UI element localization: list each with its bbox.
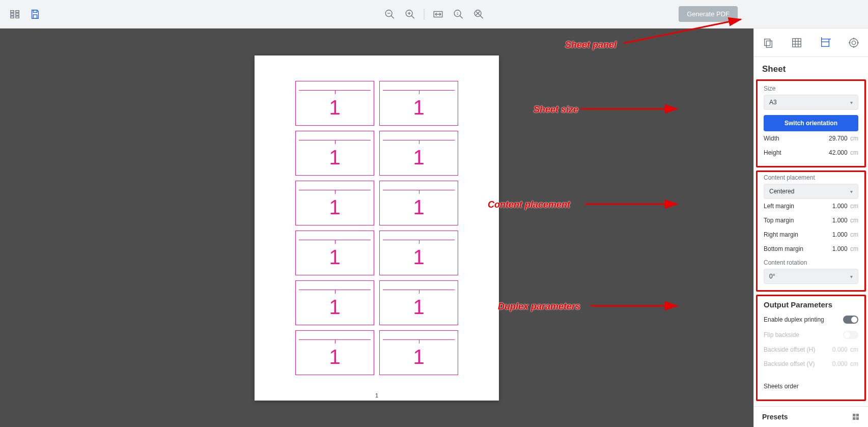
svg-line-21 — [480, 15, 483, 18]
presets-grid-icon — [852, 413, 860, 421]
zoom-out-icon[interactable] — [383, 8, 396, 21]
zoom-actual-icon[interactable]: 1 — [452, 8, 465, 21]
svg-rect-5 — [16, 16, 19, 18]
duplex-label: Enable duplex printing — [764, 316, 824, 323]
svg-rect-4 — [16, 13, 19, 15]
height-value[interactable]: 42.000 — [829, 149, 848, 156]
offset-h-label: Backside offset (H) — [764, 346, 815, 353]
size-section: Size A3 Switch orientation Width 29.700 … — [756, 79, 866, 167]
side-panel: Sheet Size A3 Switch orientation Width 2… — [753, 29, 868, 427]
placement-section: Content placement Centered Left margin 1… — [756, 170, 866, 292]
svg-point-39 — [850, 38, 858, 47]
svg-rect-3 — [16, 10, 19, 12]
side-panel-tabs — [754, 29, 868, 57]
rotation-label: Content rotation — [764, 259, 858, 266]
save-layout-icon[interactable] — [29, 8, 42, 21]
card-slot: 1 — [295, 330, 374, 375]
right-margin-label: Right margin — [764, 231, 798, 238]
right-margin-value[interactable]: 1.000 — [832, 231, 848, 238]
output-section: Output Parameters Enable duplex printing… — [756, 295, 866, 401]
card-slot: 1 — [295, 181, 374, 225]
generate-pdf-button[interactable]: Generate PDF — [679, 6, 738, 22]
fit-width-icon[interactable] — [431, 8, 444, 21]
svg-rect-0 — [11, 10, 14, 12]
output-title: Output Parameters — [764, 300, 858, 309]
svg-rect-28 — [765, 39, 770, 45]
panel-title: Sheet — [754, 57, 868, 79]
annotation-sheet-panel: Sheet panel — [565, 40, 617, 50]
flip-toggle — [843, 331, 858, 339]
sheets-order-label: Sheets order — [764, 383, 799, 390]
card-slot: 1 — [379, 231, 458, 275]
offset-h-value: 0.000 — [832, 346, 848, 353]
view-mode-icon[interactable] — [8, 8, 21, 21]
bottom-margin-value[interactable]: 1.000 — [832, 245, 848, 252]
svg-rect-2 — [11, 16, 14, 18]
width-value[interactable]: 29.700 — [829, 135, 848, 142]
svg-line-9 — [391, 15, 394, 18]
top-margin-label: Top margin — [764, 217, 794, 224]
canvas-area[interactable]: 1 1 1 1 1 1 1 1 1 1 1 1 1 Sheet panel Sh… — [0, 29, 753, 427]
card-slot: 1 — [379, 330, 458, 375]
bottom-margin-label: Bottom margin — [764, 245, 803, 252]
placement-label: Content placement — [764, 174, 858, 181]
svg-line-12 — [411, 15, 414, 18]
card-slot: 1 — [295, 81, 374, 126]
placement-select[interactable]: Centered — [764, 184, 858, 199]
size-select[interactable]: A3 — [764, 95, 858, 110]
svg-point-40 — [852, 41, 855, 44]
card-slot: 1 — [295, 131, 374, 176]
svg-rect-7 — [33, 14, 37, 18]
page-number: 1 — [255, 390, 499, 401]
flip-label: Flip backside — [764, 331, 799, 338]
svg-rect-46 — [856, 414, 859, 416]
card-slot: 1 — [379, 81, 458, 126]
left-margin-label: Left margin — [764, 203, 794, 210]
svg-text:1: 1 — [456, 11, 458, 15]
svg-rect-45 — [853, 414, 855, 416]
svg-rect-47 — [853, 417, 855, 420]
tab-grid-icon[interactable] — [790, 36, 803, 49]
presets-label: Presets — [762, 413, 788, 421]
top-margin-value[interactable]: 1.000 — [832, 217, 848, 224]
card-slot: 1 — [379, 181, 458, 225]
svg-line-18 — [460, 15, 463, 18]
duplex-toggle[interactable] — [843, 316, 858, 324]
tab-pages-icon[interactable] — [762, 36, 775, 49]
size-label: Size — [764, 85, 858, 92]
svg-rect-30 — [793, 38, 801, 47]
card-slot: 1 — [295, 280, 374, 325]
switch-orientation-button[interactable]: Switch orientation — [764, 115, 858, 131]
svg-rect-48 — [856, 417, 859, 420]
annotation-sheet-size: Sheet size — [534, 104, 578, 115]
top-toolbar: 1 Generate PDF — [0, 0, 868, 29]
svg-rect-1 — [11, 13, 14, 15]
presets-row[interactable]: Presets — [754, 406, 868, 427]
offset-v-label: Backside offset (V) — [764, 360, 815, 367]
left-margin-value[interactable]: 1.000 — [832, 203, 848, 210]
card-slot: 1 — [379, 280, 458, 325]
sheet-preview: 1 1 1 1 1 1 1 1 1 1 1 1 1 — [255, 55, 499, 401]
tab-sheet-icon[interactable] — [819, 36, 832, 49]
tab-registration-icon[interactable] — [847, 36, 860, 49]
toolbar-separator — [424, 9, 424, 20]
offset-v-value: 0.000 — [832, 360, 848, 367]
height-label: Height — [764, 149, 781, 156]
card-slot: 1 — [379, 131, 458, 176]
svg-rect-35 — [822, 39, 829, 46]
zoom-fit-icon[interactable] — [472, 8, 485, 21]
card-slot: 1 — [295, 231, 374, 275]
rotation-select[interactable]: 0° — [764, 269, 858, 284]
zoom-in-icon[interactable] — [403, 8, 416, 21]
annotation-content-placement: Content placement — [488, 200, 570, 210]
annotation-duplex-params: Duplex parameters — [498, 301, 580, 312]
svg-rect-29 — [766, 41, 772, 47]
width-label: Width — [764, 135, 779, 142]
svg-rect-6 — [33, 10, 37, 12]
